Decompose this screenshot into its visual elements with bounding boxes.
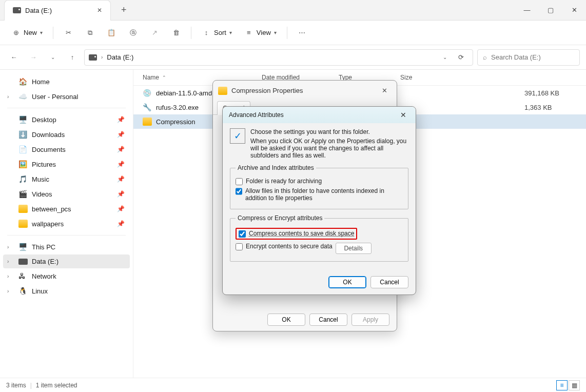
forward-button[interactable]: → — [26, 50, 41, 65]
delete-button[interactable]: 🗑 — [166, 25, 186, 41]
downloads-icon — [18, 130, 28, 139]
documents-icon — [18, 145, 28, 153]
index-checkbox[interactable] — [236, 188, 242, 195]
advanced-title: Advanced Attributes — [229, 111, 284, 119]
back-button[interactable]: ← — [6, 50, 22, 65]
sidebar-item-documents[interactable]: Documents📌 — [3, 142, 130, 156]
folder-icon — [143, 117, 152, 126]
apply-button[interactable]: Apply — [351, 313, 389, 326]
cancel-button[interactable]: Cancel — [309, 313, 347, 326]
sort-button[interactable]: ↕ Sort ▾ — [197, 25, 237, 41]
properties-titlebar[interactable]: Compression Properties ✕ — [213, 81, 397, 101]
rename-button[interactable]: ⓐ — [123, 25, 143, 41]
encrypt-checkbox[interactable] — [236, 243, 243, 250]
chevron-right-icon[interactable]: › — [7, 244, 9, 250]
properties-buttons: OK Cancel Apply — [213, 308, 397, 331]
close-button[interactable]: ✕ — [397, 110, 409, 120]
copy-button[interactable]: ⧉ — [80, 25, 100, 41]
toolbar: ⊕ New ▾ ✂ ⧉ 📋 ⓐ ↗ 🗑 ↕ Sort ▾ ≡ View ▾ ⋯ — [0, 21, 586, 45]
pin-icon[interactable]: 📌 — [117, 131, 125, 138]
view-button[interactable]: ≡ View ▾ — [239, 25, 282, 41]
chevron-right-icon[interactable]: › — [7, 94, 9, 100]
refresh-button[interactable]: ⟳ — [453, 50, 468, 65]
details-view-button[interactable]: ≡ — [556, 380, 568, 390]
details-button[interactable]: Details — [336, 243, 372, 254]
advanced-buttons: OK Cancel — [223, 272, 416, 295]
ok-button[interactable]: OK — [328, 276, 366, 288]
archive-checkbox[interactable] — [236, 178, 243, 185]
view-icon: ≡ — [244, 28, 253, 37]
disc-icon — [143, 89, 152, 97]
compress-encrypt-group: Compress or Encrypt attributes Compress … — [230, 214, 408, 262]
drive-icon — [89, 54, 97, 61]
advanced-titlebar[interactable]: Advanced Attributes ✕ — [223, 107, 416, 123]
paste-button[interactable]: 📋 — [102, 25, 121, 41]
sidebar-item-desktop[interactable]: Desktop📌 — [3, 112, 130, 127]
sidebar-item-this-pc[interactable]: ›This PC — [3, 240, 130, 254]
sidebar-item-data-e[interactable]: ›Data (E:) — [3, 254, 130, 268]
pin-icon[interactable]: 📌 — [117, 146, 125, 153]
share-button[interactable]: ↗ — [145, 25, 164, 41]
maximize-button[interactable]: ▢ — [539, 0, 562, 21]
sidebar-item-user[interactable]: ›User - Personal — [3, 89, 130, 104]
ok-button[interactable]: OK — [267, 313, 305, 326]
chevron-right-icon[interactable]: › — [7, 288, 9, 294]
tab-close-button[interactable]: ✕ — [97, 7, 102, 14]
index-label: Allow files in this folder to have conte… — [245, 187, 403, 202]
grid-view-button[interactable]: ▦ — [569, 380, 580, 390]
chevron-down-icon: ▾ — [229, 30, 232, 35]
chevron-right-icon[interactable]: › — [7, 259, 9, 264]
sidebar-item-between-pcs[interactable]: between_pcs📌 — [3, 202, 130, 216]
status-selected: 1 item selected — [36, 382, 77, 389]
sidebar-item-pictures[interactable]: Pictures📌 — [3, 157, 130, 171]
pin-icon[interactable]: 📌 — [117, 220, 125, 227]
up-button[interactable]: ↑ — [65, 50, 80, 65]
pin-icon[interactable]: 📌 — [117, 161, 125, 168]
sidebar: Home ›User - Personal Desktop📌 Downloads… — [0, 70, 133, 378]
more-button[interactable]: ⋯ — [292, 25, 312, 41]
folder-icon — [218, 87, 227, 95]
sidebar-item-wallpapers[interactable]: wallpapers📌 — [3, 217, 130, 231]
paste-icon: 📋 — [107, 28, 116, 37]
address-bar[interactable]: › Data (E:) ⌄ ⟳ — [84, 49, 473, 66]
encrypt-label: Encrypt contents to secure data — [246, 243, 333, 250]
plus-circle-icon: ⊕ — [11, 28, 21, 37]
close-button[interactable]: ✕ — [562, 0, 586, 21]
compress-checkbox[interactable] — [239, 230, 246, 238]
sidebar-item-network[interactable]: ›Network — [3, 269, 130, 283]
sort-label: Sort — [214, 29, 226, 36]
chevron-down-icon[interactable]: ⌄ — [443, 54, 447, 60]
new-button[interactable]: ⊕ New ▾ — [6, 25, 48, 41]
cut-button[interactable]: ✂ — [58, 25, 78, 41]
linux-icon — [18, 287, 28, 295]
window-tab[interactable]: Data (E:) ✕ — [4, 0, 111, 21]
home-icon — [18, 77, 28, 86]
cancel-button[interactable]: Cancel — [370, 276, 408, 288]
pin-icon[interactable]: 📌 — [117, 205, 125, 212]
pin-icon[interactable]: 📌 — [117, 190, 125, 198]
pin-icon[interactable]: 📌 — [117, 175, 125, 183]
recent-dropdown[interactable]: ⌄ — [45, 50, 61, 65]
sidebar-item-videos[interactable]: Videos📌 — [3, 187, 130, 201]
sidebar-item-music[interactable]: Music📌 — [3, 172, 130, 186]
sidebar-item-downloads[interactable]: Downloads📌 — [3, 127, 130, 142]
folder-icon — [18, 220, 28, 228]
column-size[interactable]: Size — [400, 74, 462, 81]
rename-icon: ⓐ — [128, 28, 138, 37]
sidebar-item-linux[interactable]: ›Linux — [3, 284, 130, 298]
pin-icon[interactable]: 📌 — [117, 116, 125, 123]
sidebar-item-home[interactable]: Home — [3, 74, 130, 89]
advanced-header-1: Choose the settings you want for this fo… — [250, 128, 408, 135]
drive-icon — [13, 7, 21, 13]
search-box[interactable]: ⌕ — [477, 49, 580, 66]
archive-index-group: Archive and Index attributes Folder is r… — [230, 164, 408, 209]
chevron-down-icon: ▾ — [40, 30, 43, 35]
chevron-right-icon[interactable]: › — [7, 273, 9, 279]
minimize-button[interactable]: — — [515, 0, 539, 21]
network-icon — [18, 272, 28, 280]
search-input[interactable] — [491, 53, 577, 61]
close-button[interactable]: ✕ — [378, 85, 392, 96]
new-tab-button[interactable]: + — [117, 3, 131, 17]
scissors-icon: ✂ — [64, 28, 73, 37]
properties-title: Compression Properties — [231, 87, 303, 94]
